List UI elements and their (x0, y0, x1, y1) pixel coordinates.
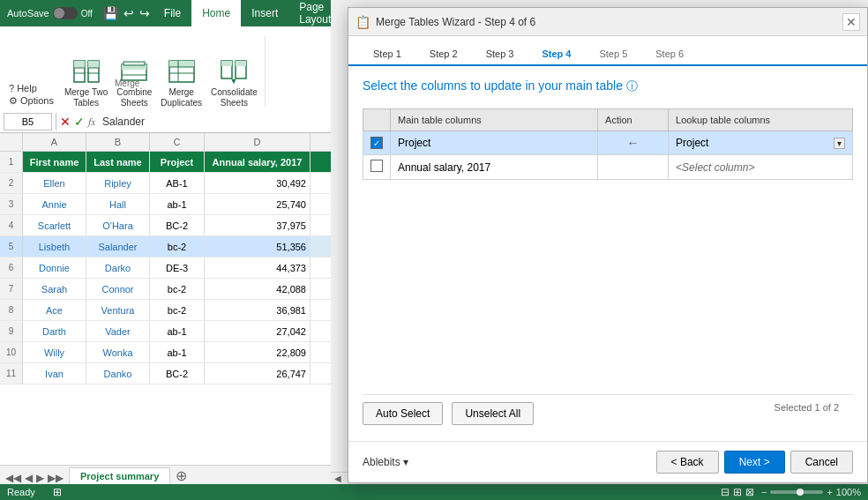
auto-select-button[interactable]: Auto Select (363, 402, 443, 425)
svg-rect-1 (74, 61, 85, 68)
columns-table-header: Main table columns Action Lookup table c… (363, 109, 853, 131)
row1-lookup-dropdown[interactable]: ▾ (834, 138, 845, 149)
merge-duplicates-button[interactable]: MergeDuplicates (157, 56, 206, 110)
svg-rect-11 (123, 62, 145, 65)
sheet-tab-bar: ◀◀ ◀ ▶ ▶▶ Project summary ⊕ (0, 465, 331, 484)
row1-main-col: Project (391, 131, 598, 155)
auto-select-row: Auto Select Unselect All Selected 1 of 2 (348, 395, 867, 432)
insert-function-icon[interactable]: 𝑓𝑥 (88, 116, 95, 128)
confirm-formula-icon[interactable]: ✓ (74, 115, 85, 129)
options-button[interactable]: ⚙ Options (9, 95, 54, 107)
th-checkbox (363, 109, 391, 131)
normal-view-icon[interactable]: ⊟ (721, 486, 730, 498)
spreadsheet: A B C D 1 First name Last name Project A… (0, 133, 331, 465)
cancel-button[interactable]: Cancel (790, 451, 853, 474)
table-row-selected: 5 Lisbeth Salander bc-2 51,356 (0, 236, 331, 257)
wizard-step-4[interactable]: Step 4 (528, 43, 585, 66)
wizard-step-3[interactable]: Step 3 (472, 43, 528, 66)
tab-insert[interactable]: Insert (241, 0, 288, 26)
zoom-plus-button[interactable]: + (827, 487, 832, 497)
sheet-nav-last[interactable]: ▶▶ (48, 472, 64, 484)
cancel-formula-icon[interactable]: ✕ (60, 115, 71, 129)
merge-duplicates-label: MergeDuplicates (161, 87, 202, 108)
col-header-c[interactable]: C (150, 133, 205, 151)
formula-bar: B5 ✕ ✓ 𝑓𝑥 Salander (0, 110, 331, 133)
cell-d2[interactable]: 30,492 (205, 173, 311, 193)
row2-checkbox-cell[interactable] (363, 155, 391, 180)
col-header-b[interactable]: B (86, 133, 150, 151)
zoom-slider[interactable] (770, 490, 823, 494)
status-bar: Ready ⊞ ⊟ ⊞ ⊠ − + 100% (0, 484, 868, 500)
sheet-tab-project-summary[interactable]: Project summary (69, 467, 170, 484)
save-icon[interactable]: 💾 (103, 6, 118, 20)
redo-icon[interactable]: ↪ (139, 6, 150, 20)
ablebits-label: Ablebits (363, 456, 400, 468)
svg-text:→: → (83, 69, 90, 77)
row2-lookup-cell: <Select column> (669, 155, 853, 180)
ablebits-logo[interactable]: Ablebits ▾ (363, 456, 408, 468)
add-sheet-button[interactable]: ⊕ (170, 467, 192, 484)
row2-checkbox[interactable] (370, 160, 383, 172)
tab-home[interactable]: Home (191, 0, 241, 26)
sheet-nav-controls: ◀◀ ◀ ▶ ▶▶ (0, 472, 69, 484)
wizard-header: Select the columns to update in your mai… (348, 66, 867, 101)
autosave-toggle[interactable] (53, 7, 78, 19)
sheet-nav-next[interactable]: ▶ (36, 472, 44, 484)
wizard-step-6[interactable]: Step 6 (641, 43, 698, 66)
next-button[interactable]: Next > (724, 451, 785, 474)
wizard-info-icon[interactable]: ⓘ (626, 79, 638, 93)
cell-c2[interactable]: AB-1 (150, 173, 205, 193)
wizard-close-button[interactable]: ✕ (842, 13, 860, 31)
cell-a1[interactable]: First name (23, 152, 86, 172)
page-layout-view-icon[interactable]: ⊞ (733, 486, 742, 498)
unselect-all-button[interactable]: Unselect All (452, 402, 534, 425)
ablebits-dropdown-arrow[interactable]: ▾ (403, 456, 408, 468)
name-box[interactable]: B5 (4, 113, 52, 131)
cell-c1[interactable]: Project (150, 152, 205, 172)
col-header-d[interactable]: D (205, 133, 311, 151)
row1-lookup-cell: Project ▾ (669, 131, 853, 155)
wizard-heading-colored: in your main table (525, 78, 623, 93)
formula-input[interactable]: Salander (99, 116, 327, 128)
consolidate-sheets-button[interactable]: ▼ ConsolidateSheets (207, 56, 261, 110)
help-options-group: ? Help ⚙ Options (4, 79, 59, 110)
tab-file[interactable]: File (153, 0, 191, 26)
table-row: 6 Donnie Darko DE-3 44,373 (0, 257, 331, 279)
cell-a2[interactable]: Ellen (23, 173, 86, 193)
svg-rect-21 (236, 61, 246, 66)
wizard-title: Merge Tables Wizard - Step 4 of 6 (376, 16, 837, 28)
wizard-step-1[interactable]: Step 1 (359, 43, 415, 66)
ribbon-content: ? Help ⚙ Options → Merge TwoTables (0, 26, 331, 110)
column-header-row: A B C D (0, 133, 331, 152)
columns-table: Main table columns Action Lookup table c… (363, 108, 853, 180)
row1-lookup-value: Project (676, 137, 708, 149)
svg-rect-14 (169, 61, 194, 67)
page-break-view-icon[interactable]: ⊠ (745, 486, 754, 498)
sheet-nav-first[interactable]: ◀◀ (5, 472, 21, 484)
row2-lookup-placeholder: <Select column> (676, 161, 754, 174)
view-icons: ⊟ ⊞ ⊠ (721, 486, 754, 498)
wizard-step-tabs: Step 1 Step 2 Step 3 Step 4 Step 5 Step … (348, 36, 867, 66)
row1-checkbox-cell[interactable]: ✓ (363, 131, 391, 155)
col-header-a[interactable]: A (23, 133, 86, 151)
tab-pagelayout[interactable]: Page Layout (288, 0, 341, 26)
autosave-state: Off (81, 9, 93, 19)
svg-text:▼: ▼ (230, 77, 238, 86)
status-page-icon[interactable]: ⊞ (53, 486, 62, 498)
scroll-left-arrow[interactable]: ◀ (331, 474, 345, 483)
merge-two-tables-button[interactable]: → Merge TwoTables (61, 56, 111, 110)
wizard-step-5[interactable]: Step 5 (585, 43, 641, 66)
row1-checkbox[interactable]: ✓ (370, 137, 383, 149)
cell-d1[interactable]: Annual salary, 2017 (205, 152, 311, 172)
back-button[interactable]: < Back (656, 451, 719, 474)
cell-b2[interactable]: Ripley (86, 173, 150, 193)
svg-rect-5 (88, 61, 99, 68)
ready-status: Ready (7, 487, 35, 497)
zoom-minus-button[interactable]: − (761, 487, 767, 497)
table-row: 7 Sarah Connor bc-2 42,088 (0, 279, 331, 300)
undo-icon[interactable]: ↩ (123, 6, 134, 20)
help-button[interactable]: ? Help (9, 83, 54, 93)
wizard-step-2[interactable]: Step 2 (415, 43, 472, 66)
sheet-nav-prev[interactable]: ◀ (25, 472, 33, 484)
cell-b1[interactable]: Last name (86, 152, 150, 172)
